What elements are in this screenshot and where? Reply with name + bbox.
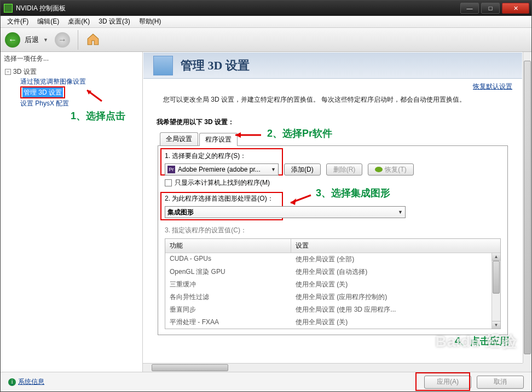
nvidia-icon — [4, 4, 13, 13]
table-row[interactable]: 平滑处理 - FXAA使用全局设置 (关) — [165, 316, 491, 329]
content-pane: 管理 3D 设置 恢复默认设置 您可以更改全局 3D 设置，并建立特定程序的置换… — [143, 52, 531, 372]
body: 选择一项任务... − 3D 设置 通过预览调整图像设置 管理 3D 设置 设置… — [1, 52, 531, 372]
feature-table: 功能 设置 CUDA - GPUs使用全局设置 (全部) OpenGL 渲染 G… — [165, 238, 501, 329]
add-button[interactable]: 添加(D) — [284, 163, 321, 175]
step2-label: 2. 为此程序选择首选图形处理器(O)： — [165, 194, 501, 203]
cube-icon — [153, 56, 173, 75]
scrollbar-corner — [523, 363, 531, 372]
titlebar: NVIDIA 控制面板 — □ ✕ — [1, 1, 531, 16]
chevron-down-icon: ▼ — [271, 167, 276, 172]
scroll-thumb[interactable] — [524, 61, 531, 354]
forward-button[interactable]: → — [55, 32, 70, 48]
menu-help[interactable]: 帮助(H) — [135, 16, 166, 27]
scroll-thumb[interactable] — [493, 261, 500, 294]
scroll-up-icon[interactable]: ▲ — [492, 253, 500, 261]
gpu-select-value: 集成图形 — [167, 208, 194, 217]
col-feature: 功能 — [165, 239, 291, 253]
menu-desktop[interactable]: 桌面(K) — [63, 16, 94, 27]
collapse-icon[interactable]: − — [5, 69, 11, 75]
menu-file[interactable]: 文件(F) — [3, 16, 33, 27]
task-tree: − 3D 设置 通过预览调整图像设置 管理 3D 设置 设置 PhysX 配置 … — [1, 66, 142, 372]
tree-item-physx[interactable]: 设置 PhysX 配置 — [20, 98, 142, 108]
restore-defaults-link[interactable]: 恢复默认设置 — [143, 79, 522, 91]
tree-item-preview[interactable]: 通过预览调整图像设置 — [20, 77, 142, 86]
restore-button[interactable]: 恢复(T) — [368, 163, 413, 175]
program-select[interactable]: Pr Adobe Premiere (adobe pr... ▼ — [165, 163, 279, 175]
back-label: 后退 — [25, 35, 39, 45]
tabset: 全局设置 程序设置 2、选择Pr软件 — [160, 132, 512, 145]
chevron-down-icon: ▼ — [398, 209, 403, 215]
page-title: 管理 3D 设置 — [181, 57, 250, 74]
step2: 2. 为此程序选择首选图形处理器(O)： 集成图形 ▼ — [165, 194, 501, 218]
feature-table-scrollbar[interactable]: ▲ ▼ — [491, 253, 500, 329]
step1: 1. 选择要自定义的程序(S)： Pr Adobe Premiere (adob… — [165, 151, 501, 188]
tab-program[interactable]: 程序设置 — [199, 133, 238, 146]
page-description: 您可以更改全局 3D 设置，并建立特定程序的置换值。 每次这些特定程序启动时，都… — [143, 91, 522, 110]
feature-table-header: 功能 设置 — [165, 239, 500, 253]
tree-children: 通过预览调整图像设置 管理 3D 设置 设置 PhysX 配置 — [5, 77, 142, 108]
page-header: 管理 3D 设置 — [143, 52, 522, 79]
highlight-manage-3d: 管理 3D 设置 — [20, 86, 65, 98]
menu-edit[interactable]: 编辑(E) — [33, 16, 63, 27]
close-button[interactable]: ✕ — [502, 3, 529, 14]
program-select-value: Adobe Premiere (adobe pr... — [178, 166, 261, 173]
footer: i 系统信息 应用(A) 取消 — [1, 372, 531, 391]
table-row[interactable]: 垂直同步使用全局设置 (使用 3D 应用程序... — [165, 303, 491, 316]
minimize-button[interactable]: — — [460, 3, 479, 14]
menu-3d-settings[interactable]: 3D 设置(3) — [94, 16, 134, 27]
scroll-down-icon[interactable]: ▼ — [492, 321, 500, 329]
home-icon — [86, 32, 100, 46]
horizontal-scrollbar[interactable] — [143, 363, 523, 372]
back-dropdown-icon[interactable]: ▼ — [43, 37, 48, 43]
table-row[interactable]: 三重缓冲使用全局设置 (关) — [165, 278, 491, 291]
task-tree-pane: 选择一项任务... − 3D 设置 通过预览调整图像设置 管理 3D 设置 设置… — [1, 52, 143, 372]
annotation-1: 1、选择点击 — [71, 109, 125, 122]
table-row[interactable]: OpenGL 渲染 GPU使用全局设置 (自动选择) — [165, 266, 491, 278]
premiere-icon: Pr — [167, 166, 175, 173]
checkbox-icon — [165, 179, 172, 186]
toolbar-divider — [78, 30, 78, 50]
scroll-thumb[interactable] — [152, 364, 228, 371]
tree-item-manage-3d[interactable]: 管理 3D 设置 — [22, 87, 63, 97]
tab-body: 1. 选择要自定义的程序(S)： Pr Adobe Premiere (adob… — [158, 145, 508, 335]
vertical-scrollbar[interactable] — [523, 52, 531, 363]
settings-section-title: 我希望使用以下 3D 设置： — [153, 112, 512, 132]
apply-button[interactable]: 应用(A) — [424, 376, 471, 389]
maximize-button[interactable]: □ — [481, 3, 500, 14]
remove-button[interactable]: 删除(R) — [326, 163, 363, 175]
settings-area: 我希望使用以下 3D 设置： 全局设置 程序设置 2、选择Pr软件 — [153, 112, 512, 335]
feature-table-body: CUDA - GPUs使用全局设置 (全部) OpenGL 渲染 GPU使用全局… — [165, 253, 500, 329]
task-header: 选择一项任务... — [1, 52, 142, 66]
system-info-link[interactable]: i 系统信息 — [8, 377, 44, 387]
tree-root-3d[interactable]: − 3D 设置 — [5, 67, 142, 77]
window-title: NVIDIA 控制面板 — [16, 4, 460, 13]
only-found-checkbox[interactable]: 只显示本计算机上找到的程序(M) — [165, 178, 501, 188]
tree-root-label: 3D 设置 — [13, 67, 37, 77]
home-button[interactable] — [86, 32, 101, 48]
col-setting: 设置 — [291, 239, 500, 253]
tab-global[interactable]: 全局设置 — [160, 132, 198, 145]
only-found-label: 只显示本计算机上找到的程序(M) — [175, 178, 270, 188]
table-row[interactable]: 各向异性过滤使用全局设置 (应用程序控制的) — [165, 291, 491, 303]
nvidia-control-panel-window: NVIDIA 控制面板 — □ ✕ 文件(F) 编辑(E) 桌面(K) 3D 设… — [0, 0, 532, 392]
back-button[interactable]: ← — [5, 32, 20, 48]
nvidia-eye-icon — [375, 167, 383, 172]
window-buttons: — □ ✕ — [460, 3, 531, 14]
step1-label: 1. 选择要自定义的程序(S)： — [165, 151, 501, 161]
cancel-button[interactable]: 取消 — [477, 376, 524, 389]
info-icon: i — [8, 378, 16, 386]
gpu-select[interactable]: 集成图形 ▼ — [165, 206, 406, 218]
table-row[interactable]: CUDA - GPUs使用全局设置 (全部) — [165, 253, 491, 266]
menubar: 文件(F) 编辑(E) 桌面(K) 3D 设置(3) 帮助(H) — [1, 16, 531, 28]
toolbar: ← 后退 ▼ → — [1, 28, 531, 52]
step3-label: 3. 指定该程序的设置值(C)： — [165, 226, 501, 235]
